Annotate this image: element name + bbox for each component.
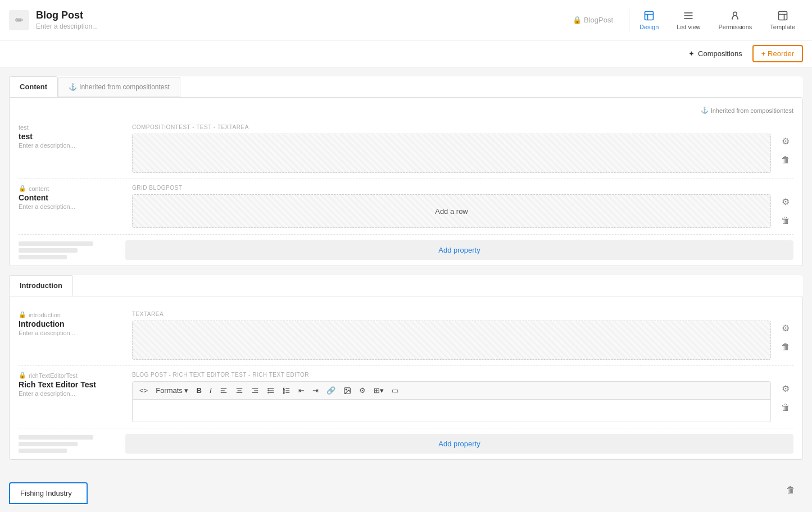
anchor-icon: ⚓ bbox=[69, 83, 77, 91]
introduction-tab[interactable]: Introduction bbox=[9, 275, 73, 296]
test-actions: ⚙ 🗑 bbox=[778, 124, 793, 168]
svg-point-28 bbox=[346, 389, 347, 390]
fishing-industry-tab[interactable]: Fishing Industry bbox=[9, 482, 88, 504]
grid-container: Add a row bbox=[132, 194, 771, 228]
add-property-button[interactable]: Add property bbox=[125, 240, 793, 260]
rte-label-col: 🔒 richTextEditorTest Rich Text Editor Te… bbox=[19, 372, 125, 397]
add-row-button[interactable]: Add a row bbox=[435, 207, 468, 216]
test-textarea[interactable] bbox=[132, 134, 771, 173]
content-gear-icon[interactable]: ⚙ bbox=[778, 194, 793, 209]
introduction-content-area: 🔒 introduction Introduction Enter a desc… bbox=[9, 296, 803, 460]
fishing-trash-icon[interactable]: 🗑 bbox=[783, 482, 799, 498]
content-lock-icon: 🔒 bbox=[19, 185, 26, 192]
content-label-col: 🔒 content Content Enter a description... bbox=[19, 185, 125, 210]
header: ✏ Blog Post Enter a description... 🔒 Blo… bbox=[0, 0, 812, 40]
anchor-badge-icon: ⚓ bbox=[701, 107, 709, 114]
svg-text:3: 3 bbox=[283, 391, 284, 394]
rte-table-btn[interactable]: ⊞▾ bbox=[370, 384, 387, 397]
test-field-area: COMPOSITIONTEST - TEST - TEXTAREA bbox=[132, 124, 771, 173]
intro-label-main: Introduction bbox=[19, 319, 125, 328]
intro-add-property-button[interactable]: Add property bbox=[125, 434, 793, 454]
compositions-button[interactable]: ✦ Compositions bbox=[683, 46, 748, 61]
rte-body[interactable] bbox=[132, 400, 771, 422]
rte-image-btn[interactable] bbox=[340, 385, 355, 397]
content-area: ⚓ Inherited from compositiontest test te… bbox=[9, 97, 803, 266]
content-label-main: Content bbox=[19, 193, 125, 202]
intro-lock-icon: 🔒 bbox=[19, 311, 26, 318]
svg-point-19 bbox=[267, 392, 268, 392]
rte-indent-btn[interactable]: ⇥ bbox=[309, 384, 322, 397]
rte-property-row: 🔒 richTextEditorTest Rich Text Editor Te… bbox=[19, 366, 793, 428]
lock-icon: 🔒 bbox=[573, 16, 582, 24]
content-property-row: 🔒 content Content Enter a description...… bbox=[19, 179, 793, 235]
reorder-button[interactable]: + Reorder bbox=[752, 45, 803, 62]
introduction-section: Introduction 🔒 introduction Introduction… bbox=[9, 275, 803, 460]
content-section: Content ⚓ Inherited from compositiontest… bbox=[9, 76, 803, 266]
svg-point-15 bbox=[267, 388, 268, 388]
rte-ordered-list-btn[interactable]: 123 bbox=[279, 385, 294, 397]
rte-code-btn[interactable]: <> bbox=[136, 384, 151, 397]
test-label-top: test bbox=[19, 124, 125, 131]
fishing-actions: 🗑 bbox=[88, 473, 803, 498]
rte-align-center-btn[interactable] bbox=[232, 385, 247, 397]
content-tab[interactable]: Content bbox=[9, 76, 58, 97]
content-tab-row: Content ⚓ Inherited from compositiontest bbox=[9, 76, 803, 97]
intro-gear-icon[interactable]: ⚙ bbox=[778, 320, 793, 336]
test-field-label: COMPOSITIONTEST - TEST - TEXTAREA bbox=[132, 124, 771, 130]
nav-template[interactable]: Template bbox=[762, 6, 803, 35]
test-trash-icon[interactable]: 🗑 bbox=[778, 152, 793, 168]
page-description: Enter a description... bbox=[36, 22, 573, 30]
intro-add-property-left bbox=[19, 435, 125, 453]
intro-placeholder-lines bbox=[19, 435, 125, 453]
rte-link-btn[interactable]: 🔗 bbox=[323, 384, 339, 397]
rte-toolbar: <> Formats ▾ B I bbox=[132, 381, 771, 400]
test-label-main: test bbox=[19, 132, 125, 141]
rte-media-btn[interactable]: ▭ bbox=[388, 384, 402, 397]
compositions-icon: ✦ bbox=[688, 49, 695, 58]
topbar: ✦ Compositions + Reorder bbox=[0, 40, 812, 67]
fishing-industry-wrapper: Fishing Industry 🗑 bbox=[9, 473, 803, 504]
svg-point-4 bbox=[733, 12, 737, 16]
add-property-left-placeholder bbox=[19, 241, 125, 259]
nav-permissions[interactable]: Permissions bbox=[710, 6, 760, 35]
template-icon bbox=[777, 10, 788, 21]
add-property-row: Add property bbox=[19, 235, 793, 266]
inherited-badge: ⚓ Inherited from compositiontest bbox=[19, 107, 793, 114]
svg-rect-0 bbox=[645, 11, 654, 20]
introduction-tab-row: Introduction bbox=[9, 275, 803, 296]
rte-align-left-btn[interactable] bbox=[216, 385, 231, 397]
blogpost-label: 🔒 BlogPost bbox=[573, 16, 613, 24]
rte-formats-btn[interactable]: Formats ▾ bbox=[152, 384, 192, 397]
nav-design[interactable]: Design bbox=[632, 6, 666, 35]
rte-gear-icon[interactable]: ⚙ bbox=[778, 381, 793, 396]
intro-field-label: TEXTAREA bbox=[132, 311, 771, 317]
test-gear-icon[interactable]: ⚙ bbox=[778, 133, 793, 149]
intro-trash-icon[interactable]: 🗑 bbox=[778, 339, 793, 355]
content-actions: ⚙ 🗑 bbox=[778, 185, 793, 228]
rte-unordered-list-btn[interactable] bbox=[264, 385, 278, 397]
rte-actions: ⚙ 🗑 bbox=[778, 372, 793, 415]
test-property-row: test test Enter a description... COMPOSI… bbox=[19, 118, 793, 179]
main-content: Content ⚓ Inherited from compositiontest… bbox=[0, 67, 812, 512]
introduction-property-row: 🔒 introduction Introduction Enter a desc… bbox=[19, 305, 793, 366]
listview-icon bbox=[683, 10, 694, 21]
rte-bold-btn[interactable]: B bbox=[193, 384, 205, 397]
rte-align-right-btn[interactable] bbox=[248, 385, 262, 397]
rte-lock-icon: 🔒 bbox=[19, 372, 26, 379]
rte-trash-icon[interactable]: 🗑 bbox=[778, 400, 793, 415]
content-trash-icon[interactable]: 🗑 bbox=[778, 213, 793, 228]
intro-actions: ⚙ 🗑 bbox=[778, 311, 793, 355]
placeholder-lines bbox=[19, 241, 125, 259]
rte-label-desc: Enter a description... bbox=[19, 390, 125, 397]
test-label-desc: Enter a description... bbox=[19, 142, 125, 149]
inherited-tab[interactable]: ⚓ Inherited from compositiontest bbox=[58, 77, 180, 97]
intro-label-top: 🔒 introduction bbox=[19, 311, 125, 318]
intro-placeholder-line-3 bbox=[19, 449, 67, 453]
rte-settings-btn[interactable]: ⚙ bbox=[356, 384, 369, 397]
rte-italic-btn[interactable]: I bbox=[206, 384, 215, 397]
nav-listview[interactable]: List view bbox=[669, 6, 708, 35]
placeholder-line-2 bbox=[19, 248, 78, 253]
rte-label-top: 🔒 richTextEditorTest bbox=[19, 372, 125, 379]
intro-textarea[interactable] bbox=[132, 321, 771, 360]
rte-outdent-btn[interactable]: ⇤ bbox=[295, 384, 308, 397]
